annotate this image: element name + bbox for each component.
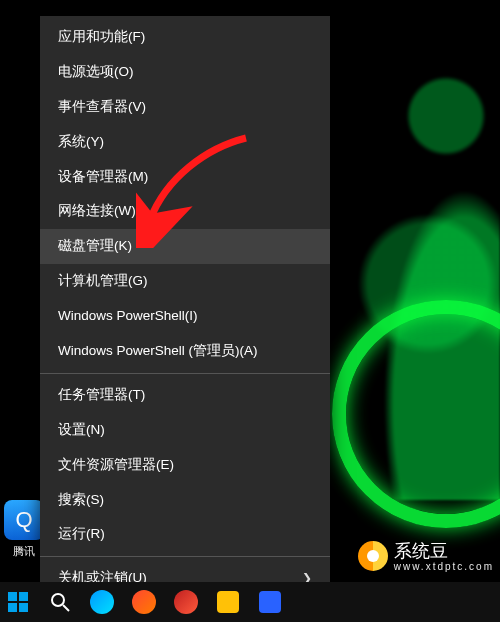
- app-icon: [90, 590, 114, 614]
- menu-item-search[interactable]: 搜索(S): [40, 483, 330, 518]
- menu-item-file-explorer[interactable]: 文件资源管理器(E): [40, 448, 330, 483]
- svg-rect-3: [19, 603, 28, 612]
- menu-item-label: 磁盘管理(K): [58, 237, 132, 256]
- menu-item-run[interactable]: 运行(R): [40, 517, 330, 552]
- menu-item-label: 电源选项(O): [58, 63, 134, 82]
- watermark-icon: [358, 541, 388, 571]
- menu-item-label: 运行(R): [58, 525, 105, 544]
- windows-logo-icon: [8, 592, 28, 612]
- taskbar: [0, 582, 500, 622]
- menu-item-label: Windows PowerShell (管理员)(A): [58, 342, 258, 361]
- menu-item-powershell[interactable]: Windows PowerShell(I): [40, 299, 330, 334]
- svg-line-5: [63, 605, 69, 611]
- menu-item-task-manager[interactable]: 任务管理器(T): [40, 378, 330, 413]
- app-icon-2[interactable]: [172, 588, 200, 616]
- app-icon-1[interactable]: [130, 588, 158, 616]
- watermark-title: 系统豆: [394, 541, 448, 561]
- menu-item-label: 网络连接(W): [58, 202, 136, 221]
- browser-icon[interactable]: [88, 588, 116, 616]
- search-button[interactable]: [46, 588, 74, 616]
- menu-item-disk-management[interactable]: 磁盘管理(K): [40, 229, 330, 264]
- svg-point-4: [52, 594, 64, 606]
- start-button[interactable]: [4, 588, 32, 616]
- app-icon: [259, 591, 281, 613]
- menu-item-label: 系统(Y): [58, 133, 104, 152]
- watermark-sub: www.xtdptc.com: [394, 561, 494, 572]
- menu-item-device-manager[interactable]: 设备管理器(M): [40, 160, 330, 195]
- menu-item-label: Windows PowerShell(I): [58, 307, 198, 326]
- menu-item-network-connections[interactable]: 网络连接(W): [40, 194, 330, 229]
- menu-item-label: 事件查看器(V): [58, 98, 146, 117]
- app-icon-3[interactable]: [214, 588, 242, 616]
- app-icon: [217, 591, 239, 613]
- app-icon-4[interactable]: [256, 588, 284, 616]
- menu-item-system[interactable]: 系统(Y): [40, 125, 330, 160]
- desktop-shortcut[interactable]: Q: [4, 500, 44, 540]
- menu-item-label: 文件资源管理器(E): [58, 456, 174, 475]
- menu-item-label: 任务管理器(T): [58, 386, 145, 405]
- svg-rect-2: [8, 603, 17, 612]
- watermark: 系统豆 www.xtdptc.com: [358, 539, 494, 572]
- svg-rect-0: [8, 592, 17, 601]
- menu-separator: [40, 373, 330, 374]
- menu-item-computer-management[interactable]: 计算机管理(G): [40, 264, 330, 299]
- app-icon: [174, 590, 198, 614]
- svg-rect-1: [19, 592, 28, 601]
- menu-item-label: 计算机管理(G): [58, 272, 148, 291]
- winx-context-menu: 应用和功能(F)电源选项(O)事件查看器(V)系统(Y)设备管理器(M)网络连接…: [40, 16, 330, 622]
- menu-item-event-viewer[interactable]: 事件查看器(V): [40, 90, 330, 125]
- watermark-text: 系统豆 www.xtdptc.com: [394, 539, 494, 572]
- menu-item-settings[interactable]: 设置(N): [40, 413, 330, 448]
- desktop-shortcut-glyph: Q: [15, 507, 32, 533]
- menu-item-power-options[interactable]: 电源选项(O): [40, 55, 330, 90]
- menu-item-label: 设备管理器(M): [58, 168, 148, 187]
- menu-separator: [40, 556, 330, 557]
- search-icon: [50, 592, 70, 612]
- menu-item-apps-and-features[interactable]: 应用和功能(F): [40, 20, 330, 55]
- menu-item-powershell-admin[interactable]: Windows PowerShell (管理员)(A): [40, 334, 330, 369]
- menu-item-label: 搜索(S): [58, 491, 104, 510]
- menu-item-label: 设置(N): [58, 421, 105, 440]
- menu-item-label: 应用和功能(F): [58, 28, 145, 47]
- app-icon: [132, 590, 156, 614]
